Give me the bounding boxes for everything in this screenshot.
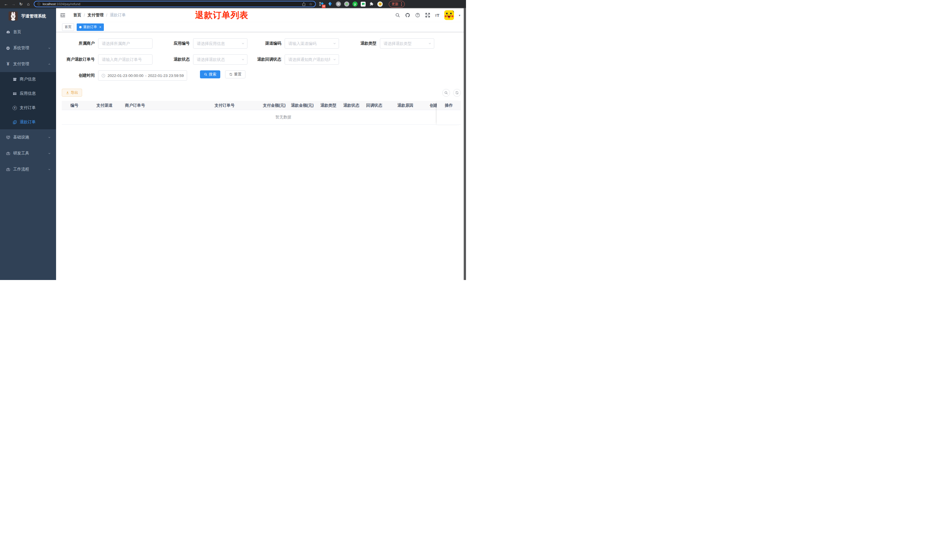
- reset-button[interactable]: 重置: [225, 70, 245, 78]
- table-grid-icon: [12, 92, 17, 96]
- sidebar-item-pay-order[interactable]: ¥ 支付订单: [0, 101, 56, 115]
- filter-merchant-refund-no: 商户退款订单号: [62, 54, 152, 65]
- column-header: 商户订单号: [122, 103, 212, 108]
- refund-type-select[interactable]: [380, 38, 434, 49]
- export-button-label: 导出: [71, 90, 78, 95]
- github-icon[interactable]: [405, 12, 410, 18]
- breadcrumb-current: 退款订单: [110, 12, 126, 18]
- extension-chat-icon[interactable]: [361, 2, 366, 6]
- breadcrumb-home[interactable]: 首页: [73, 12, 81, 18]
- font-size-icon[interactable]: TT: [435, 13, 439, 18]
- date-end-value[interactable]: 2022-01-23 23:59:59: [148, 74, 184, 78]
- yen-icon: ¥: [6, 62, 10, 66]
- browser-update-button[interactable]: 更新: [389, 1, 405, 8]
- share-icon[interactable]: [302, 2, 306, 6]
- date-range-picker[interactable]: 2022-01-23 00:00:00 - 2022-01-23 23:59:5…: [98, 70, 187, 81]
- sidebar-item-home[interactable]: 首页: [0, 24, 56, 40]
- extension-kite-icon[interactable]: [327, 2, 333, 7]
- tag-refund-order[interactable]: 退款订单 ×: [77, 23, 104, 31]
- chevron-up-icon: [48, 63, 51, 66]
- extension-y-icon[interactable]: y: [352, 2, 358, 6]
- site-info-icon[interactable]: ⓘ: [37, 2, 40, 6]
- sidebar-item-refund-order[interactable]: 退款订单: [0, 115, 56, 129]
- channel-select[interactable]: [285, 38, 339, 49]
- download-icon: [66, 91, 69, 94]
- app-title: 芋道管理系统: [21, 14, 46, 19]
- briefcase-icon: [6, 167, 10, 172]
- search-icon[interactable]: [395, 12, 400, 18]
- bookmark-star-icon[interactable]: ☆: [309, 2, 312, 6]
- breadcrumb-section[interactable]: 支付管理: [88, 12, 103, 18]
- avatar-caret-icon[interactable]: ▾: [459, 14, 460, 17]
- browser-menu-icon[interactable]: [401, 2, 402, 6]
- export-button[interactable]: 导出: [62, 89, 82, 97]
- chevron-down-icon: [48, 136, 51, 139]
- column-header: 退款状态: [340, 103, 363, 108]
- filter-label: 创建时间: [62, 73, 95, 78]
- search-button-label: 搜索: [209, 72, 216, 77]
- toggle-search-button[interactable]: [442, 89, 450, 97]
- browser-reload-icon[interactable]: ↻: [17, 2, 25, 6]
- sidebar-item-label: 工作流程: [13, 167, 29, 172]
- date-start-value[interactable]: 2022-01-23 00:00:00: [108, 74, 144, 78]
- refund-table: 编号 支付渠道 商户订单号 支付订单号 支付金额(元) 退款金额(元) 退款类型…: [62, 101, 461, 125]
- merchant-refund-no-field[interactable]: [98, 55, 152, 65]
- refund-status-select[interactable]: [193, 54, 248, 65]
- sidebar-item-pay[interactable]: ¥ 支付管理: [0, 56, 56, 72]
- browser-forward-icon[interactable]: →: [10, 2, 17, 6]
- sidebar-item-label: 基础设施: [13, 135, 29, 140]
- notify-status-select[interactable]: [285, 54, 339, 65]
- table-toolbar: 导出: [62, 89, 461, 97]
- pay-submenu: 商户信息 应用信息 ¥ 支付订单 退款订单: [0, 72, 56, 129]
- shop-icon: [12, 77, 17, 82]
- refund-status-select-field[interactable]: [193, 55, 247, 65]
- sidebar-item-devtools[interactable]: 研发工具: [0, 145, 56, 161]
- tag-home[interactable]: 首页: [62, 23, 74, 31]
- breadcrumb-separator: /: [106, 13, 107, 17]
- page-content: 所属商户 应用编号 渠道编码: [56, 32, 466, 280]
- app-select-field[interactable]: [193, 38, 247, 48]
- app-select[interactable]: [193, 38, 248, 49]
- sidebar-item-workflow[interactable]: 工作流程: [0, 161, 56, 177]
- filter-refund-type: 退款类型: [339, 38, 434, 49]
- column-header: 退款类型: [318, 103, 340, 108]
- refresh-table-button[interactable]: [453, 89, 461, 97]
- extensions-row: 10 ⌘ y 更新: [319, 1, 405, 8]
- update-label: 更新: [392, 2, 398, 6]
- user-avatar[interactable]: [444, 10, 454, 20]
- breadcrumb-separator: /: [84, 13, 85, 17]
- page-title: 退款订单列表: [195, 9, 248, 21]
- merchant-refund-no-input[interactable]: [98, 54, 152, 65]
- notify-status-select-field[interactable]: [285, 55, 339, 65]
- fullscreen-icon[interactable]: [425, 12, 430, 18]
- sidebar-item-system[interactable]: 系统管理: [0, 40, 56, 56]
- page-scrollbar[interactable]: [464, 8, 466, 280]
- address-bar[interactable]: ⓘ localhost :1024/pay/refund ☆: [34, 1, 316, 7]
- extension-command-icon[interactable]: ⌘: [336, 2, 341, 6]
- extension-recorder-icon[interactable]: [344, 2, 349, 6]
- url-host: localhost: [43, 2, 55, 6]
- tags-view-bar: 首页 退款订单 ×: [56, 22, 466, 32]
- column-header: 退款原因: [394, 103, 427, 108]
- sidebar-item-label: 退款订单: [20, 120, 36, 125]
- sidebar-item-label: 支付订单: [20, 105, 36, 111]
- browser-home-icon[interactable]: ⌂: [25, 2, 32, 6]
- help-icon[interactable]: [415, 12, 420, 18]
- extension-grid-icon[interactable]: 10: [319, 2, 324, 7]
- tag-close-icon[interactable]: ×: [99, 25, 101, 29]
- channel-select-field[interactable]: [285, 38, 339, 48]
- merchant-input[interactable]: [98, 38, 152, 49]
- search-button[interactable]: 搜索: [200, 70, 220, 78]
- refund-type-select-field[interactable]: [380, 38, 434, 48]
- merchant-input-field[interactable]: [98, 38, 152, 48]
- filter-label: 退款回调状态: [248, 57, 281, 62]
- sidebar-item-merchant-info[interactable]: 商户信息: [0, 72, 56, 86]
- sidebar-item-app-info[interactable]: 应用信息: [0, 86, 56, 101]
- browser-back-icon[interactable]: ←: [2, 2, 10, 6]
- profile-emoji-icon[interactable]: [377, 2, 383, 7]
- app-logo[interactable]: 芋道管理系统: [0, 8, 56, 24]
- sidebar-item-infra[interactable]: 基础设施: [0, 129, 56, 145]
- sidebar-collapse-icon[interactable]: [60, 12, 66, 18]
- extensions-puzzle-icon[interactable]: [369, 2, 374, 7]
- column-header: 操作: [437, 101, 461, 110]
